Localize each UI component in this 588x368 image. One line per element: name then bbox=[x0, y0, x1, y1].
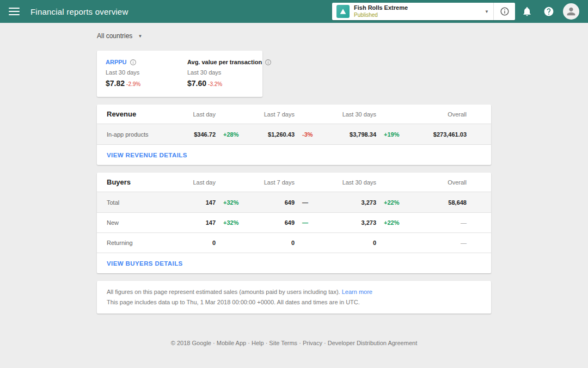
revenue-table-header: Revenue Last day Last 7 days Last 30 day… bbox=[97, 105, 491, 124]
cell-value: 3,273 bbox=[333, 199, 376, 206]
stat-avg-transaction: Avg. value per transaction Last 30 days … bbox=[187, 58, 272, 89]
disclaimer-line-1: All figures on this page represent estim… bbox=[107, 287, 481, 297]
column-last-30-days: Last 30 days bbox=[333, 179, 414, 186]
disclaimer-line-2: This page includes data up to Thu, 1 Mar… bbox=[107, 297, 481, 308]
kpi-card: ARPPU Last 30 days $7.82-2.9% Avg. value… bbox=[97, 51, 262, 97]
avatar[interactable] bbox=[563, 3, 579, 20]
change-badge: -3% bbox=[295, 131, 333, 138]
change-badge: — bbox=[295, 219, 333, 226]
revenue-title: Revenue bbox=[107, 110, 188, 118]
person-icon bbox=[565, 5, 577, 17]
cell-value: 147 bbox=[188, 219, 216, 226]
change-badge: — bbox=[295, 199, 333, 206]
cell-value: 649 bbox=[254, 199, 295, 206]
buyers-title: Buyers bbox=[107, 178, 188, 186]
column-last-day: Last day bbox=[188, 179, 254, 186]
stat-avg-period: Last 30 days bbox=[187, 68, 272, 77]
buyers-table-header: Buyers Last day Last 7 days Last 30 days… bbox=[97, 173, 491, 192]
row-label: Total bbox=[107, 199, 188, 206]
change-badge: +22% bbox=[376, 219, 414, 226]
stat-arppu: ARPPU Last 30 days $7.82-2.9% bbox=[106, 58, 187, 89]
buyers-card: Buyers Last day Last 7 days Last 30 days… bbox=[97, 173, 491, 273]
main-content: All countries ▼ ARPPU Last 30 days $7.82… bbox=[97, 23, 491, 346]
change-badge: +32% bbox=[216, 199, 254, 206]
chevron-down-icon: ▼ bbox=[480, 9, 489, 14]
country-filter-label: All countries bbox=[97, 32, 132, 40]
top-app-bar: Financial reports overview Fish Rolls Ex… bbox=[0, 0, 588, 23]
stat-avg-label: Avg. value per transaction bbox=[187, 58, 262, 67]
menu-icon[interactable] bbox=[9, 8, 20, 15]
stat-arppu-period: Last 30 days bbox=[106, 68, 187, 77]
app-selector: Fish Rolls Extreme Published ▼ bbox=[332, 3, 515, 20]
cell-value: 0 bbox=[254, 240, 295, 246]
view-revenue-details-link[interactable]: VIEW REVENUE DETAILS bbox=[107, 152, 187, 158]
view-buyers-details-link[interactable]: VIEW BUYERS DETAILS bbox=[107, 260, 183, 267]
help-icon bbox=[543, 6, 554, 17]
buyers-card-footer: VIEW BUYERS DETAILS bbox=[97, 253, 491, 273]
row-label: In-app products bbox=[107, 131, 188, 138]
cell-overall: — bbox=[414, 240, 467, 246]
cell-overall: — bbox=[414, 219, 467, 226]
notifications-button[interactable] bbox=[517, 2, 537, 21]
info-icon[interactable] bbox=[265, 59, 272, 66]
revenue-card-footer: VIEW REVENUE DETAILS bbox=[97, 144, 491, 165]
info-icon[interactable] bbox=[130, 59, 137, 66]
app-status-badge: Published bbox=[354, 12, 408, 19]
app-icon bbox=[336, 5, 350, 18]
app-selector-dropdown[interactable]: Fish Rolls Extreme Published ▼ bbox=[332, 3, 493, 20]
cell-value: 147 bbox=[188, 199, 216, 206]
change-badge: +19% bbox=[376, 131, 414, 138]
column-last-day: Last day bbox=[188, 111, 254, 118]
cell-overall: $273,461.03 bbox=[414, 131, 467, 138]
change-badge: +32% bbox=[216, 219, 254, 226]
cell-value: 3,273 bbox=[333, 219, 376, 226]
stat-avg-value: $7.60-3.2% bbox=[187, 78, 272, 89]
cell-value: 649 bbox=[254, 219, 295, 226]
cell-overall: 58,648 bbox=[414, 199, 467, 206]
disclaimer-card: All figures on this page represent estim… bbox=[97, 281, 491, 314]
topbar-actions: Fish Rolls Extreme Published ▼ bbox=[332, 2, 579, 21]
stat-arppu-change: -2.9% bbox=[126, 81, 140, 87]
cell-value: $1,260.43 bbox=[254, 131, 295, 138]
info-icon bbox=[500, 7, 510, 16]
column-last-30-days: Last 30 days bbox=[333, 111, 414, 118]
change-badge: +22% bbox=[376, 199, 414, 206]
stat-arppu-label: ARPPU bbox=[106, 58, 127, 67]
column-overall: Overall bbox=[414, 111, 467, 118]
help-button[interactable] bbox=[539, 2, 559, 21]
column-overall: Overall bbox=[414, 179, 467, 186]
app-name: Fish Rolls Extreme bbox=[354, 4, 408, 12]
table-row-total: Total 147 +32% 649 — 3,273 +22% 58,648 bbox=[97, 192, 491, 212]
table-row-new: New 147 +32% 649 — 3,273 +22% — bbox=[97, 212, 491, 232]
stat-avg-change: -3.2% bbox=[208, 81, 222, 87]
cell-value: 0 bbox=[333, 240, 376, 246]
bell-icon bbox=[522, 6, 532, 17]
page-title: Financial reports overview bbox=[30, 7, 128, 16]
cell-value: $3,798.34 bbox=[333, 131, 376, 138]
cell-value: 0 bbox=[188, 240, 216, 246]
chevron-down-icon: ▼ bbox=[138, 34, 142, 39]
stat-arppu-value: $7.82-2.9% bbox=[106, 78, 187, 89]
app-info-button[interactable] bbox=[493, 3, 515, 20]
cell-value: $346.72 bbox=[188, 131, 216, 138]
page-footer: © 2018 Google · Mobile App · Help · Site… bbox=[97, 340, 491, 346]
row-label: New bbox=[107, 219, 188, 226]
learn-more-link[interactable]: Learn more bbox=[342, 289, 372, 295]
revenue-card: Revenue Last day Last 7 days Last 30 day… bbox=[97, 105, 491, 165]
table-row: In-app products $346.72 +28% $1,260.43 -… bbox=[97, 124, 491, 144]
change-badge: +28% bbox=[216, 131, 254, 138]
country-filter-dropdown[interactable]: All countries ▼ bbox=[97, 30, 142, 42]
row-label: Returning bbox=[107, 240, 188, 246]
app-info: Fish Rolls Extreme Published bbox=[354, 4, 408, 19]
column-last-7-days: Last 7 days bbox=[254, 111, 333, 118]
column-last-7-days: Last 7 days bbox=[254, 179, 333, 186]
table-row-returning: Returning 0 0 0 — bbox=[97, 232, 491, 253]
